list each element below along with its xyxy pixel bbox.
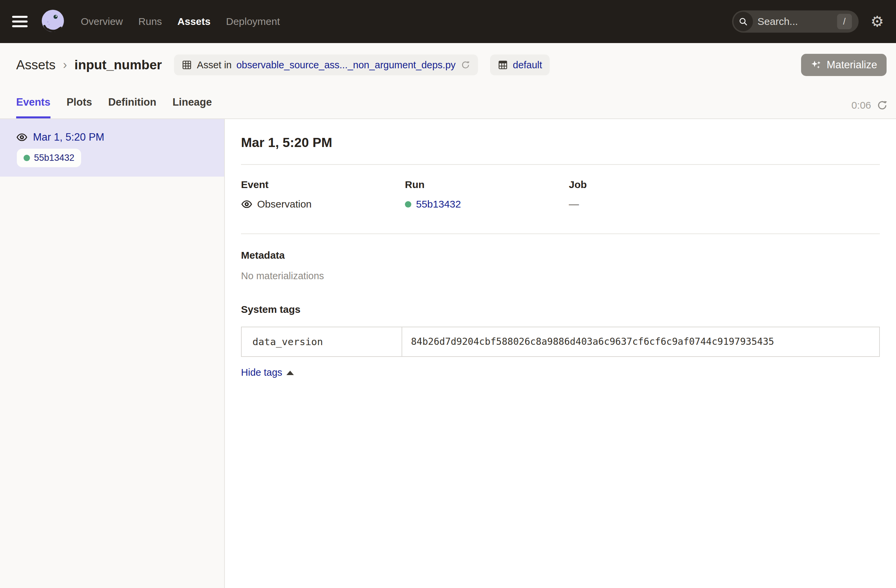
content-area: Mar 1, 5:20 PM 55b13432 Mar 1, 5:20 PM E… [0,119,896,588]
observation-eye-icon [16,132,27,143]
nav-item-runs[interactable]: Runs [138,16,162,27]
event-timestamp-link[interactable]: Mar 1, 5:20 PM [33,131,104,143]
run-success-dot [24,155,30,161]
event-detail-title: Mar 1, 5:20 PM [241,135,880,150]
repo-default-link[interactable]: default [513,59,542,71]
metadata-heading: Metadata [241,249,880,261]
sparkles-icon [811,59,822,71]
reload-definition-icon[interactable] [460,60,471,70]
refresh-countdown: 0:06 [852,100,871,111]
event-list-item-selected[interactable]: Mar 1, 5:20 PM 55b13432 [0,119,224,176]
settings-gear-icon[interactable]: ⚙ [871,14,884,29]
event-list-sidebar: Mar 1, 5:20 PM 55b13432 [0,119,225,588]
tab-lineage[interactable]: Lineage [172,96,212,119]
job-empty-value: — [569,199,579,210]
tab-definition[interactable]: Definition [108,96,156,119]
breadcrumb-asset-name: input_number [75,58,162,72]
event-type-value: Observation [257,199,312,210]
metadata-empty-message: No materializations [241,270,880,281]
run-id-link[interactable]: 55b13432 [416,199,461,210]
asset-header-row: Assets › input_number Asset in observabl… [0,43,896,87]
run-success-dot [405,201,411,208]
search-input[interactable] [758,16,832,27]
global-search[interactable]: / [732,11,859,33]
observation-eye-icon [241,199,253,210]
search-icon [733,12,753,31]
job-column-label: Job [569,179,880,190]
nav-item-overview[interactable]: Overview [81,16,123,27]
caret-up-icon [286,371,294,375]
tag-key-cell: data_version [242,327,402,356]
event-run-chip[interactable]: 55b13432 [17,149,81,167]
event-detail-panel: Mar 1, 5:20 PM Event Observation Run 55b… [225,119,896,588]
nav-item-assets[interactable]: Assets [177,16,210,27]
top-nav: Overview Runs Assets Deployment / ⚙ [0,0,896,43]
tab-events[interactable]: Events [16,96,50,119]
event-column-label: Event [241,179,405,190]
dagster-octopus-logo[interactable] [40,8,66,35]
asset-source-file-link[interactable]: observable_source_ass..._non_argument_de… [236,59,456,71]
refresh-icon[interactable] [876,100,888,111]
tag-value-cell: 84b26d7d9204cbf588026c8a9886d403a6c9637c… [402,327,879,356]
tab-plots[interactable]: Plots [67,96,92,119]
system-tags-heading: System tags [241,304,880,315]
materialize-label: Materialize [827,59,877,71]
search-shortcut-key: / [837,14,852,29]
hamburger-menu-icon[interactable] [12,16,27,27]
hide-tags-link[interactable]: Hide tags [241,367,294,378]
materialize-button[interactable]: Materialize [801,54,887,76]
nav-item-deployment[interactable]: Deployment [226,16,280,27]
repo-badge: default [490,55,550,75]
hide-tags-label: Hide tags [241,367,282,378]
asset-in-label: Asset in [197,59,232,71]
asset-tabs: Events Plots Definition Lineage [16,96,212,119]
breadcrumb-chevron-icon: › [63,58,67,72]
breadcrumb-assets-link[interactable]: Assets [16,58,56,72]
run-column-label: Run [405,179,569,190]
event-summary-columns: Event Observation Run 55b13432 Job [241,165,880,234]
asset-definition-badge: Asset in observable_source_ass..._non_ar… [174,55,478,75]
primary-nav: Overview Runs Assets Deployment [81,16,280,27]
asset-tabs-row: Events Plots Definition Lineage 0:06 [0,87,896,119]
run-chip-id: 55b13432 [34,153,75,163]
repo-icon [497,59,508,70]
system-tags-table: data_version 84b26d7d9204cbf588026c8a988… [241,327,880,357]
divider [241,234,880,234]
table-grid-icon [181,59,192,70]
